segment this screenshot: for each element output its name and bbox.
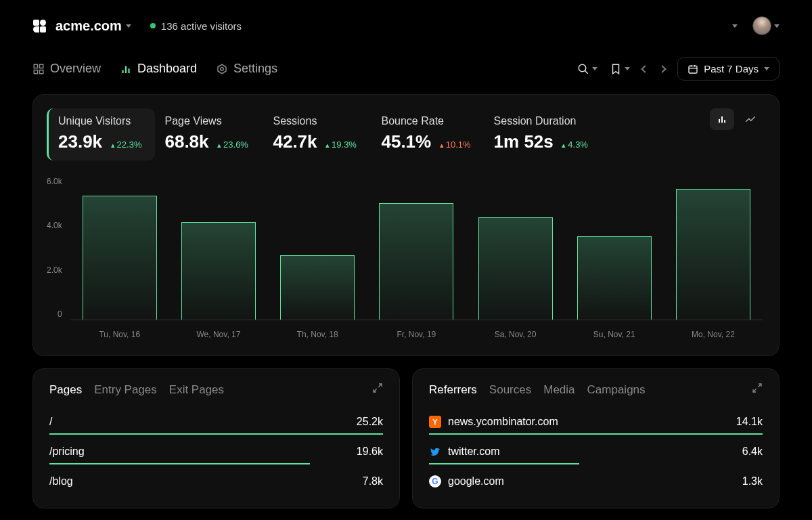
chart-type-line-button[interactable]	[738, 108, 763, 130]
expand-button[interactable]	[372, 383, 383, 397]
search-button[interactable]	[577, 63, 597, 75]
chevron-right-icon	[658, 65, 666, 72]
chevron-down-icon	[774, 24, 780, 28]
svg-line-15	[585, 70, 588, 74]
list-item[interactable]: /25.2k	[49, 410, 383, 435]
grid-icon	[32, 63, 45, 75]
svg-point-14	[579, 64, 586, 72]
nav-dashboard[interactable]: Dashboard	[120, 62, 197, 76]
referrers-card: Referrers Sources Media Campaigns Ynews.…	[412, 368, 780, 508]
date-next-button[interactable]	[660, 66, 665, 72]
bookmark-icon	[610, 63, 622, 75]
chevron-down-icon	[764, 67, 769, 70]
expand-icon	[372, 383, 383, 393]
chart-x-label: Fr, Nov, 19	[379, 330, 453, 339]
metrics-row: Unique Visitors 23.9k 22.3% Page Views 6…	[47, 108, 763, 160]
nav-label: Settings	[233, 62, 277, 76]
list-item[interactable]: twitter.com6.4k	[429, 440, 763, 464]
chart-x-label: Th, Nov, 18	[280, 330, 355, 339]
referrer-value: 1.3k	[742, 475, 763, 488]
chart-type-bar-button[interactable]	[710, 108, 734, 130]
line-chart-icon	[744, 113, 757, 125]
hex-icon	[216, 63, 228, 75]
list-item[interactable]: Ynews.ycombinator.com14.1k	[429, 410, 763, 435]
list-item[interactable]: /blog7.8k	[49, 470, 383, 494]
svg-rect-16	[689, 66, 697, 73]
svg-marker-12	[218, 64, 226, 74]
chart-x-label: Mo, Nov, 22	[676, 330, 750, 339]
svg-rect-8	[40, 70, 43, 73]
chart-bar[interactable]	[676, 189, 750, 320]
referrer-name: twitter.com	[448, 446, 499, 458]
metric-delta: 4.3%	[562, 139, 588, 150]
svg-line-26	[753, 389, 757, 392]
date-range-picker[interactable]: Past 7 Days	[677, 57, 780, 81]
bar-chart-icon	[717, 114, 727, 125]
chart-bar[interactable]	[83, 196, 157, 320]
page-value: 7.8k	[363, 475, 383, 488]
metric-label: Unique Visitors	[58, 115, 141, 127]
referrer-name: google.com	[448, 475, 504, 488]
date-prev-button[interactable]	[642, 66, 648, 72]
chart-bar[interactable]	[577, 236, 652, 320]
favicon-google: G	[429, 475, 441, 488]
list-item[interactable]: /pricing19.6k	[49, 440, 383, 464]
metric-delta: 22.3%	[111, 139, 142, 150]
metric-label: Sessions	[273, 115, 358, 127]
metric-sessions[interactable]: Sessions 42.7k 19.3%	[263, 108, 371, 160]
metric-label: Session Duration	[494, 115, 588, 127]
calendar-icon	[687, 64, 698, 74]
status-dot-icon	[150, 23, 156, 28]
page-path: /pricing	[49, 446, 85, 458]
active-visitors-text: 136 active visitors	[161, 20, 242, 32]
metric-bounce-rate[interactable]: Bounce Rate 45.1% 10.1%	[371, 108, 484, 160]
tab-sources[interactable]: Sources	[489, 383, 531, 397]
active-visitors-pill[interactable]: 136 active visitors	[150, 20, 242, 32]
tab-media[interactable]: Media	[543, 383, 574, 397]
page-value: 19.6k	[357, 446, 383, 458]
page-value: 25.2k	[357, 416, 383, 428]
list-item[interactable]: Ggoogle.com1.3k	[429, 470, 763, 494]
metric-label: Page Views	[164, 115, 250, 127]
app-logo	[32, 19, 46, 32]
chart-y-axis: 6.0k 4.0k 2.0k 0	[47, 177, 70, 319]
favicon-yc: Y	[429, 416, 441, 428]
chart-x-axis: Tu, Nov, 16We, Nov, 17Th, Nov, 18Fr, Nov…	[70, 330, 763, 339]
chart-x-label: Su, Nov, 21	[577, 330, 652, 339]
metric-delta: 23.6%	[217, 139, 248, 150]
favicon-twitter	[429, 446, 441, 458]
chevron-left-icon	[641, 65, 648, 72]
site-switcher[interactable]: acme.com	[55, 18, 131, 34]
nav-settings[interactable]: Settings	[216, 62, 277, 76]
page-path: /	[49, 416, 52, 428]
page-path: /blog	[49, 475, 73, 488]
chart-bar[interactable]	[181, 222, 256, 320]
metric-delta: 19.3%	[325, 139, 357, 150]
metric-unique-visitors[interactable]: Unique Visitors 23.9k 22.3%	[47, 108, 155, 160]
nav-overview[interactable]: Overview	[32, 62, 101, 76]
metric-value: 23.9k	[58, 131, 102, 152]
site-name-text: acme.com	[55, 18, 122, 34]
expand-button[interactable]	[752, 383, 763, 397]
chart-bar[interactable]	[379, 203, 453, 320]
bars-icon	[120, 63, 132, 75]
bookmark-button[interactable]	[610, 63, 630, 75]
date-range-text: Past 7 Days	[704, 63, 759, 74]
metric-session-duration[interactable]: Session Duration 1m 52s 4.3%	[484, 108, 602, 160]
tab-campaigns[interactable]: Campaigns	[587, 383, 646, 397]
metric-page-views[interactable]: Page Views 68.8k 23.6%	[155, 108, 263, 160]
chart-bar[interactable]	[478, 217, 553, 320]
svg-line-23	[378, 384, 382, 387]
tab-referrers[interactable]: Referrers	[429, 383, 477, 397]
chevron-down-icon	[592, 67, 597, 70]
tab-exit-pages[interactable]: Exit Pages	[169, 383, 224, 397]
chart-bar[interactable]	[280, 255, 355, 320]
nav-label: Overview	[50, 62, 101, 76]
tab-entry-pages[interactable]: Entry Pages	[94, 383, 157, 397]
svg-rect-7	[34, 70, 37, 73]
main-chart-card: Unique Visitors 23.9k 22.3% Page Views 6…	[32, 94, 780, 356]
tab-pages[interactable]: Pages	[49, 383, 82, 397]
chart-bars	[70, 177, 763, 320]
compare-button[interactable]	[729, 24, 738, 28]
user-menu[interactable]	[752, 16, 780, 35]
